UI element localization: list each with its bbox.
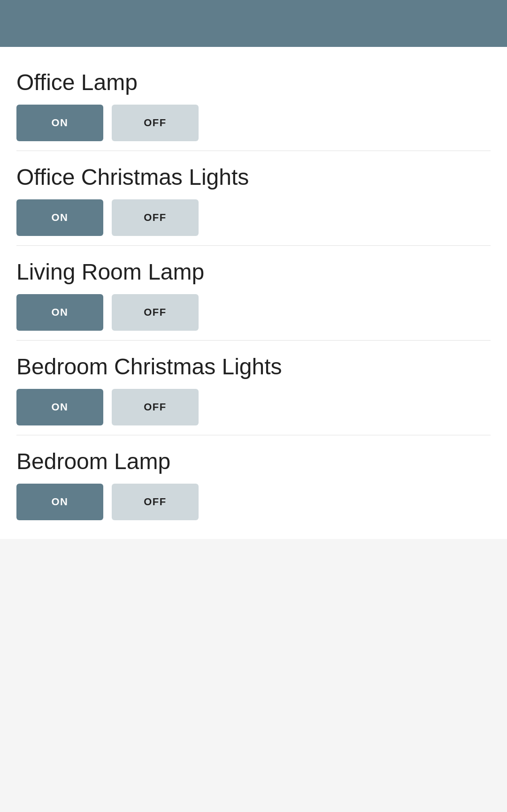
light-section-bedroom-lamp: Bedroom LampONOFF bbox=[16, 435, 491, 530]
off-button-office-lamp[interactable]: OFF bbox=[112, 105, 199, 141]
off-button-bedroom-lamp[interactable]: OFF bbox=[112, 484, 199, 520]
light-section-living-room-lamp: Living Room LampONOFF bbox=[16, 246, 491, 341]
light-section-office-lamp: Office LampONOFF bbox=[16, 56, 491, 151]
on-button-bedroom-christmas-lights[interactable]: ON bbox=[16, 389, 103, 425]
button-group-office-lamp: ONOFF bbox=[16, 105, 491, 141]
light-name-office-christmas-lights: Office Christmas Lights bbox=[16, 164, 491, 190]
light-name-office-lamp: Office Lamp bbox=[16, 69, 491, 95]
button-group-bedroom-christmas-lights: ONOFF bbox=[16, 389, 491, 425]
on-button-office-christmas-lights[interactable]: ON bbox=[16, 199, 103, 236]
button-group-living-room-lamp: ONOFF bbox=[16, 294, 491, 331]
light-name-bedroom-lamp: Bedroom Lamp bbox=[16, 448, 491, 474]
app-header bbox=[0, 0, 507, 47]
light-name-living-room-lamp: Living Room Lamp bbox=[16, 259, 491, 285]
light-section-bedroom-christmas-lights: Bedroom Christmas LightsONOFF bbox=[16, 341, 491, 435]
button-group-office-christmas-lights: ONOFF bbox=[16, 199, 491, 236]
button-group-bedroom-lamp: ONOFF bbox=[16, 484, 491, 520]
main-content: Office LampONOFFOffice Christmas LightsO… bbox=[0, 47, 507, 539]
off-button-bedroom-christmas-lights[interactable]: OFF bbox=[112, 389, 199, 425]
on-button-office-lamp[interactable]: ON bbox=[16, 105, 103, 141]
on-button-bedroom-lamp[interactable]: ON bbox=[16, 484, 103, 520]
on-button-living-room-lamp[interactable]: ON bbox=[16, 294, 103, 331]
off-button-living-room-lamp[interactable]: OFF bbox=[112, 294, 199, 331]
light-name-bedroom-christmas-lights: Bedroom Christmas Lights bbox=[16, 354, 491, 379]
off-button-office-christmas-lights[interactable]: OFF bbox=[112, 199, 199, 236]
light-section-office-christmas-lights: Office Christmas LightsONOFF bbox=[16, 151, 491, 246]
